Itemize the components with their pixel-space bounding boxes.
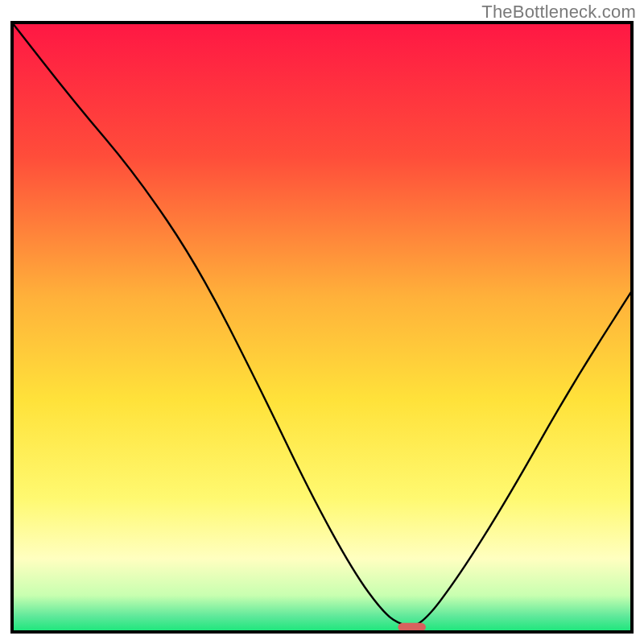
chart-stage: TheBottleneck.com [0, 0, 644, 644]
optimal-marker [398, 623, 426, 632]
chart-background [12, 23, 632, 632]
bottleneck-chart [0, 0, 644, 644]
